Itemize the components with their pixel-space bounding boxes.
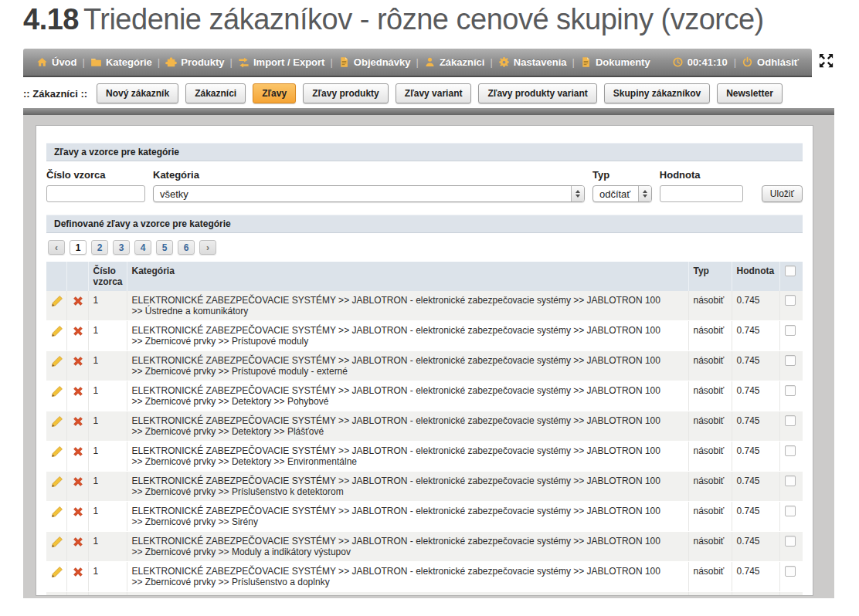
nav-item-uvod[interactable]: Úvod (31, 56, 83, 68)
tab-novy-zakaznik[interactable]: Nový zákazník (97, 83, 178, 103)
home-icon (36, 56, 48, 68)
delete-x-icon[interactable] (72, 506, 84, 518)
row-hodnota: 0.745 (732, 472, 779, 502)
edit-pencil-icon[interactable] (51, 536, 63, 548)
nav-item-import-export[interactable]: Import / Export (233, 56, 330, 68)
row-checkbox[interactable] (785, 415, 796, 426)
main-navbar: Úvod|Kategórie|Produkty|Import / Export|… (23, 49, 812, 77)
row-typ: násobiť (688, 321, 732, 351)
nav-item-dokumenty[interactable]: Dokumenty (575, 56, 656, 68)
pagination-page-4[interactable]: 4 (134, 240, 151, 255)
select-stepper-icon (571, 186, 584, 201)
delete-x-icon[interactable] (72, 566, 84, 578)
nav-item-zakaznici[interactable]: Zákazníci (419, 56, 491, 68)
nav-item-objednavky[interactable]: Objednávky (333, 56, 416, 68)
nav-item-label: Objednávky (354, 56, 411, 68)
row-hodnota: 0.745 (732, 562, 779, 592)
select-all-checkbox[interactable] (785, 266, 796, 276)
tab-zlavy[interactable]: Zľavy (253, 83, 296, 103)
document-icon (580, 56, 592, 68)
nav-item-nastavenia[interactable]: Nastavenia (493, 56, 572, 68)
edit-pencil-icon[interactable] (51, 566, 63, 578)
table-row: 1ELEKTRONICKÉ ZABEZPEČOVACIE SYSTÉMY >> … (46, 562, 803, 592)
hodnota-label: Hodnota (660, 169, 743, 181)
row-checkbox[interactable] (785, 295, 796, 306)
tab-zlavy-variant[interactable]: Zľavy variant (396, 83, 472, 103)
tab-zlavy-produkty[interactable]: Zľavy produkty (303, 83, 389, 103)
row-formula-number: 1 (88, 472, 127, 502)
form-section-header: Zľavy a vzorce pre kategórie (46, 143, 803, 161)
pagination-page-5[interactable]: 5 (156, 240, 173, 255)
row-checkbox[interactable] (785, 445, 796, 456)
pagination-page-2[interactable]: 2 (91, 240, 108, 255)
page-title-number: 4.18 (23, 3, 79, 36)
row-checkbox[interactable] (785, 385, 796, 396)
pagination-page-6[interactable]: 6 (178, 240, 195, 255)
delete-x-icon[interactable] (72, 385, 84, 398)
edit-pencil-icon[interactable] (51, 506, 63, 518)
pagination-next[interactable]: › (199, 240, 216, 255)
pagination-prev[interactable]: ‹ (48, 240, 65, 255)
nav-item-label: Produkty (181, 56, 224, 68)
folder-icon (90, 56, 102, 68)
row-hodnota: 0.745 (732, 532, 779, 562)
row-formula-number: 1 (88, 502, 127, 532)
row-category: ELEKTRONICKÉ ZABEZPEČOVACIE SYSTÉMY >> J… (127, 381, 688, 411)
select-all-column-header (779, 262, 803, 291)
delete-x-icon[interactable] (72, 325, 84, 337)
typ-select-value: odčítať (593, 188, 638, 200)
row-typ: násobiť (688, 532, 732, 562)
kategoria-select-value: všetky (154, 188, 571, 200)
table-header-row: Číslo vzorca Kategória Typ Hodnota (46, 262, 803, 291)
edit-pencil-icon[interactable] (51, 445, 63, 458)
edit-pencil-icon[interactable] (51, 355, 63, 367)
row-formula-number: 1 (88, 532, 127, 562)
tab-zlavy-produkty-variant[interactable]: Zľavy produkty variant (478, 83, 596, 103)
tab-zakaznici[interactable]: Zákazníci (185, 83, 246, 103)
kategoria-select[interactable]: všetky (153, 185, 585, 202)
typ-column-header: Typ (688, 262, 732, 291)
nav-item-logout[interactable]: Odhlásiť (736, 56, 804, 68)
delete-x-icon[interactable] (72, 445, 84, 458)
table-row: 1ELEKTRONICKÉ ZABEZPEČOVACIE SYSTÉMY >> … (46, 532, 803, 562)
row-category: ELEKTRONICKÉ ZABEZPEČOVACIE SYSTÉMY >> J… (127, 351, 688, 381)
cislo-vzorca-input[interactable] (46, 185, 145, 202)
row-hodnota: 0.745 (732, 381, 779, 411)
row-checkbox[interactable] (785, 325, 796, 336)
edit-pencil-icon[interactable] (51, 476, 63, 488)
delete-x-icon[interactable] (72, 476, 84, 488)
session-timer: 00:41:10 (666, 56, 734, 68)
order-document-icon (338, 56, 350, 68)
row-formula-number: 1 (88, 351, 127, 381)
row-checkbox[interactable] (785, 536, 796, 547)
customer-icon (424, 56, 436, 68)
row-checkbox[interactable] (785, 506, 796, 516)
row-checkbox[interactable] (785, 476, 796, 486)
delete-x-icon[interactable] (72, 355, 84, 367)
nav-item-produkty[interactable]: Produkty (160, 56, 229, 68)
delete-x-icon[interactable] (72, 536, 84, 548)
row-typ: násobiť (688, 291, 732, 321)
row-typ: násobiť (688, 562, 732, 592)
tab-newsletter[interactable]: Newsletter (717, 83, 783, 103)
tab-skupiny-zakaznikov[interactable]: Skupiny zákazníkov (604, 83, 710, 103)
nav-item-kategorie[interactable]: Kategórie (85, 56, 158, 68)
hodnota-input[interactable] (660, 185, 743, 202)
discount-form: Číslo vzorca Kategória všetky Typ odčíta… (46, 169, 803, 202)
hodnota-column-header: Hodnota (732, 262, 779, 291)
header-divider-strip (23, 108, 834, 115)
typ-select[interactable]: odčítať (592, 185, 652, 202)
edit-pencil-icon[interactable] (51, 385, 63, 398)
row-checkbox[interactable] (785, 355, 796, 366)
pagination-page-3[interactable]: 3 (113, 240, 130, 255)
edit-pencil-icon[interactable] (51, 325, 63, 337)
edit-pencil-icon[interactable] (51, 295, 63, 307)
delete-x-icon[interactable] (72, 295, 84, 307)
save-button[interactable]: Uložiť (762, 185, 803, 202)
delete-x-icon[interactable] (72, 415, 84, 428)
fullscreen-icon[interactable] (817, 52, 835, 69)
edit-pencil-icon[interactable] (51, 415, 63, 428)
row-category: ELEKTRONICKÉ ZABEZPEČOVACIE SYSTÉMY >> J… (127, 532, 688, 562)
row-checkbox[interactable] (785, 566, 796, 577)
pagination-page-1[interactable]: 1 (70, 240, 87, 255)
